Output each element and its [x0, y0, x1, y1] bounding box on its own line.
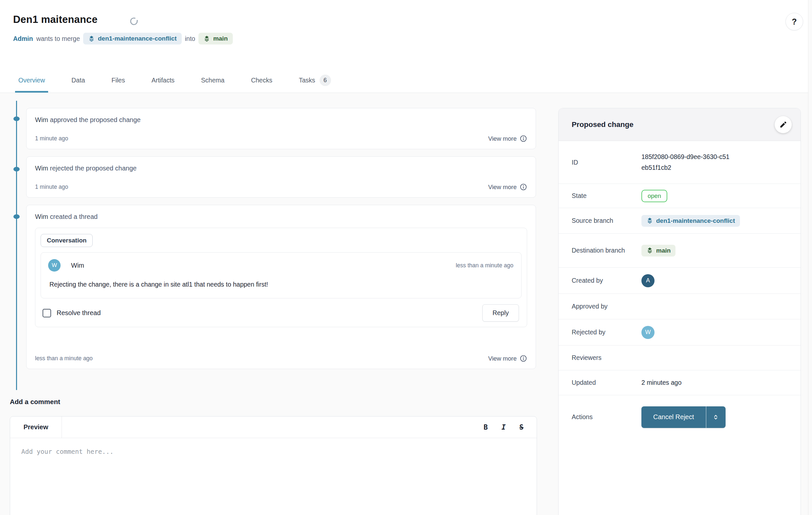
pencil-icon [779, 121, 787, 129]
row-label: Approved by [572, 302, 626, 311]
destination-branch-pill[interactable]: main [198, 33, 232, 44]
strikethrough-icon[interactable]: S [519, 423, 524, 431]
timeline-thread-card: Wim created a thread Conversation W Wim … [26, 205, 536, 369]
comment-body: Rejecting the change, there is a change … [50, 281, 513, 288]
avatar: W [641, 326, 655, 339]
event-title: Wim rejected the proposed change [35, 164, 527, 172]
comment-editor: Preview B I S [10, 416, 537, 515]
tab-files[interactable]: Files [108, 68, 128, 93]
source-branch-name: den1-maintenance-conflict [656, 217, 735, 224]
updated-value: 2 minutes ago [641, 379, 682, 386]
question-mark-icon: ? [792, 17, 796, 27]
destination-branch-pill[interactable]: main [641, 245, 675, 256]
event-footer: 1 minute ago View more [35, 183, 527, 191]
info-icon [520, 355, 527, 362]
timeline-dot [13, 167, 20, 172]
view-more-link[interactable]: View more [488, 135, 527, 142]
conversation-badge: Conversation [40, 234, 93, 247]
source-branch-name: den1-maintenance-conflict [98, 35, 177, 42]
comment-author: Wim [71, 262, 84, 269]
author-link[interactable]: Admin [13, 35, 33, 42]
timeline-event-card: Wim rejected the proposed change 1 minut… [26, 156, 536, 198]
subtitle-action-text: wants to merge [36, 35, 80, 42]
event-time: 1 minute ago [35, 135, 68, 142]
refresh-icon-glyph [129, 17, 139, 26]
row-label: Reviewers [572, 353, 626, 362]
comment-time: less than a minute ago [456, 262, 513, 269]
resolve-thread-label: Resolve thread [57, 309, 101, 317]
branch-icon [646, 247, 653, 254]
subtitle-into-text: into [185, 35, 195, 42]
page-header: Den1 maitenance Admin wants to merge den… [0, 0, 812, 93]
tab-artifacts[interactable]: Artifacts [148, 68, 178, 93]
source-branch-pill[interactable]: den1-maintenance-conflict [641, 215, 740, 227]
format-tools: B I S [484, 417, 536, 438]
timeline-event-card: Wim approved the proposed change 1 minut… [26, 108, 536, 149]
proposed-change-page: Den1 maitenance Admin wants to merge den… [0, 0, 812, 515]
event-text: approved the proposed change [50, 116, 141, 123]
thread-box: Conversation W Wim less than a minute ag… [35, 228, 527, 327]
row-label: State [572, 191, 626, 200]
source-branch-pill[interactable]: den1-maintenance-conflict [83, 33, 182, 44]
view-more-link[interactable]: View more [488, 183, 527, 191]
panel-row-state: State open [558, 184, 801, 208]
event-footer: 1 minute ago View more [35, 135, 527, 142]
actions-dropdown-toggle[interactable] [706, 406, 726, 428]
branch-icon [646, 217, 653, 224]
row-label: Rejected by [572, 328, 626, 337]
cancel-reject-button[interactable]: Cancel Reject [641, 406, 726, 428]
panel-row-rejected-by: Rejected by W [558, 319, 801, 345]
row-label: Updated [572, 378, 626, 387]
change-id-value: 185f2080-0869-d9ee-3630-c51eb51f1cb2 [641, 151, 730, 173]
page-scrollbar[interactable] [808, 0, 812, 515]
comment-input[interactable] [10, 438, 536, 515]
resolve-row: Resolve thread Reply [40, 304, 522, 322]
resolve-thread-checkbox[interactable] [42, 309, 51, 317]
thread-time: less than a minute ago [35, 355, 93, 362]
row-label: Destination branch [572, 246, 626, 255]
panel-row-id: ID 185f2080-0869-d9ee-3630-c51eb51f1cb2 [558, 141, 801, 184]
info-icon [520, 135, 527, 142]
edit-button[interactable] [775, 116, 792, 133]
proposed-change-panel: Proposed change ID 185f2080-0869-d9ee-36… [558, 108, 801, 515]
branch-icon [88, 35, 95, 42]
comment-header: W Wim less than a minute ago [48, 259, 513, 272]
panel-row-reviewers: Reviewers [558, 345, 801, 370]
refresh-icon[interactable] [129, 17, 139, 26]
panel-row-created-by: Created by A [558, 268, 801, 294]
panel-row-approved-by: Approved by [558, 294, 801, 319]
info-icon [520, 183, 527, 191]
event-text: rejected the proposed change [50, 164, 137, 172]
thread-footer: less than a minute ago View more [35, 355, 527, 362]
event-actor: Wim [35, 116, 48, 123]
branch-icon [203, 35, 210, 42]
add-comment-heading: Add a comment [10, 398, 60, 406]
avatar: A [641, 274, 655, 287]
cancel-reject-label: Cancel Reject [641, 406, 706, 428]
event-actor: Wim [35, 164, 48, 172]
view-more-link[interactable]: View more [488, 355, 527, 362]
tab-schema[interactable]: Schema [198, 68, 228, 93]
row-label: ID [572, 158, 626, 167]
tab-overview[interactable]: Overview [15, 68, 48, 93]
bold-icon[interactable]: B [484, 423, 488, 431]
reply-button[interactable]: Reply [482, 304, 519, 322]
destination-branch-name: main [213, 35, 228, 42]
thread-comment: W Wim less than a minute ago Rejecting t… [40, 252, 522, 298]
help-button[interactable]: ? [785, 13, 803, 30]
page-title: Den1 maitenance [13, 14, 97, 26]
italic-icon[interactable]: I [502, 423, 506, 431]
row-label: Actions [572, 412, 626, 421]
tab-tasks[interactable]: Tasks 6 [296, 68, 334, 93]
tab-checks[interactable]: Checks [248, 68, 276, 93]
chevron-up-down-icon [712, 414, 719, 421]
comment-toolbar: Preview B I S [10, 417, 536, 438]
merge-subtitle: Admin wants to merge den1-maintenance-co… [13, 32, 233, 45]
panel-row-updated: Updated 2 minutes ago [558, 370, 801, 395]
preview-tab[interactable]: Preview [10, 417, 62, 438]
thread-text: created a thread [50, 213, 98, 220]
destination-branch-name: main [656, 247, 671, 254]
state-open-badge: open [641, 190, 667, 202]
tab-data[interactable]: Data [68, 68, 88, 93]
panel-row-destination-branch: Destination branch main [558, 234, 801, 268]
